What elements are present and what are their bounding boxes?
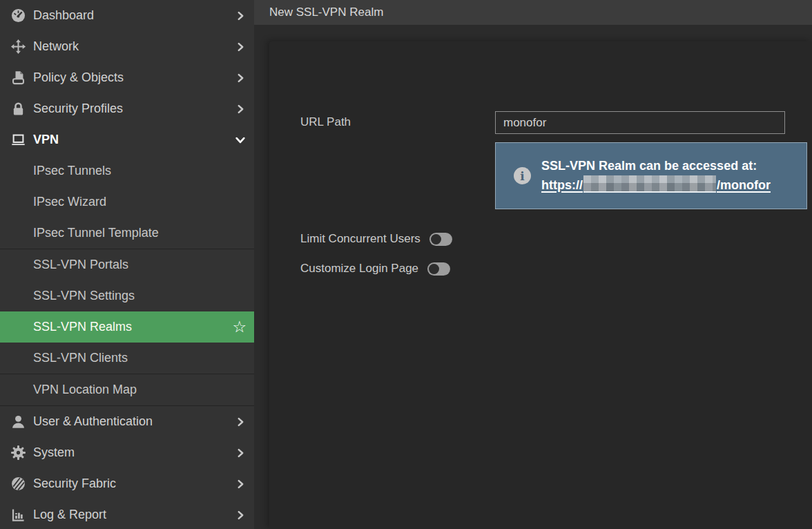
chevron-right-icon xyxy=(236,42,245,51)
laptop-icon xyxy=(8,124,28,155)
chevron-right-icon xyxy=(236,510,245,519)
page-titlebar: New SSL-VPN Realm xyxy=(254,0,812,25)
url-path-input[interactable] xyxy=(495,111,785,134)
info-icon: i xyxy=(514,167,531,184)
info-message-text: SSL-VPN Realm can be accessed at: https:… xyxy=(541,157,771,195)
chevron-right-icon xyxy=(236,73,245,82)
info-message-line1: SSL-VPN Realm can be accessed at: xyxy=(541,157,771,176)
sidebar-item-policy-objects[interactable]: Policy & Objects xyxy=(0,62,254,93)
sidebar-nav: Dashboard Network Policy & Objects Secur… xyxy=(0,0,254,529)
sidebar-item-sslvpn-portals[interactable]: SSL-VPN Portals xyxy=(0,249,254,280)
sidebar-item-label: SSL-VPN Settings xyxy=(0,289,135,303)
sidebar-item-security-profiles[interactable]: Security Profiles xyxy=(0,93,254,124)
sidebar-item-dashboard[interactable]: Dashboard xyxy=(0,0,254,31)
sidebar-item-ipsec-wizard[interactable]: IPsec Wizard xyxy=(0,186,254,218)
customize-login-page-label: Customize Login Page xyxy=(300,262,418,276)
sidebar-item-label: VPN Location Map xyxy=(0,383,137,397)
form-panel: URL Path i SSL-VPN Realm can be accessed… xyxy=(269,41,812,529)
favorite-star-icon[interactable]: ☆ xyxy=(232,319,246,335)
url-path-label: URL Path xyxy=(300,110,351,134)
user-icon xyxy=(8,406,28,437)
chevron-right-icon xyxy=(236,479,245,488)
sidebar-item-label: IPsec Wizard xyxy=(0,195,106,209)
chevron-right-icon xyxy=(236,417,245,426)
sidebar-item-ipsec-tunnels[interactable]: IPsec Tunnels xyxy=(0,155,254,186)
sidebar-item-ipsec-tunnel-template[interactable]: IPsec Tunnel Template xyxy=(0,218,254,249)
sidebar-item-vpn-location-map[interactable]: VPN Location Map xyxy=(0,374,254,405)
limit-concurrent-users-toggle[interactable] xyxy=(429,233,452,246)
sidebar-item-label: SSL-VPN Clients xyxy=(0,351,128,365)
page-title: New SSL-VPN Realm xyxy=(254,6,383,19)
chevron-down-icon xyxy=(235,135,245,145)
sidebar-item-label: SSL-VPN Realms xyxy=(0,320,132,334)
lock-icon xyxy=(8,93,28,124)
sidebar-item-sslvpn-settings[interactable]: SSL-VPN Settings xyxy=(0,280,254,311)
move-arrows-icon xyxy=(8,31,28,62)
sidebar-item-sslvpn-realms[interactable]: SSL-VPN Realms ☆ xyxy=(0,311,254,343)
main-content: New SSL-VPN Realm URL Path i SSL-VPN Rea… xyxy=(254,0,812,529)
sidebar-item-user-authentication[interactable]: User & Authentication xyxy=(0,406,254,437)
security-fabric-icon xyxy=(8,468,28,499)
realm-url-link[interactable]: https:///monofor xyxy=(541,178,771,192)
sidebar-item-network[interactable]: Network xyxy=(0,31,254,62)
customize-login-page-row: Customize Login Page xyxy=(300,262,450,276)
chevron-right-icon xyxy=(236,104,245,113)
sidebar-item-log-report[interactable]: Log & Report xyxy=(0,499,254,529)
customize-login-page-toggle[interactable] xyxy=(427,262,450,276)
sidebar-item-system[interactable]: System xyxy=(0,437,254,468)
sidebar-item-security-fabric[interactable]: Security Fabric xyxy=(0,468,254,499)
redacted-host-pixelation xyxy=(583,175,716,193)
bar-chart-icon xyxy=(8,499,28,529)
info-message-line2: https:///monofor xyxy=(541,175,771,195)
fortigate-app-window: Dashboard Network Policy & Objects Secur… xyxy=(0,0,812,529)
sidebar-item-label: SSL-VPN Portals xyxy=(0,258,128,272)
limit-concurrent-users-row: Limit Concurrent Users xyxy=(300,232,452,246)
limit-concurrent-users-label: Limit Concurrent Users xyxy=(300,232,420,246)
sidebar-item-vpn[interactable]: VPN xyxy=(0,124,254,155)
sidebar-item-label: IPsec Tunnel Template xyxy=(0,226,159,240)
sidebar-item-sslvpn-clients[interactable]: SSL-VPN Clients xyxy=(0,343,254,374)
gear-icon xyxy=(8,437,28,468)
info-message-box: i SSL-VPN Realm can be accessed at: http… xyxy=(495,142,807,209)
sidebar-item-label: IPsec Tunnels xyxy=(0,164,111,178)
policy-document-icon xyxy=(8,62,28,93)
chevron-right-icon xyxy=(236,448,245,457)
chevron-right-icon xyxy=(236,11,245,20)
dashboard-gauge-icon xyxy=(8,0,28,31)
